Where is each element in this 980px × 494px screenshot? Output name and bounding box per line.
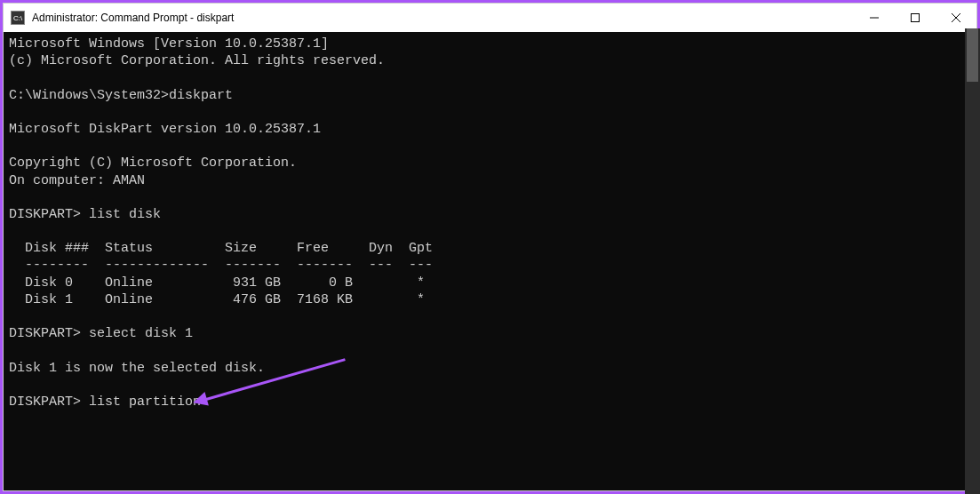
titlebar-controls (854, 4, 976, 32)
command-prompt-window: C:\ Administrator: Command Prompt - disk… (3, 3, 977, 491)
terminal-line: DISKPART> select disk 1 (9, 326, 193, 341)
window-title: Administrator: Command Prompt - diskpart (32, 12, 854, 24)
terminal-line: Microsoft Windows [Version 10.0.25387.1] (9, 36, 329, 52)
terminal-line: DISKPART> list disk (9, 207, 161, 222)
terminal-line: DISKPART> list partition (9, 394, 201, 410)
scrollbar-thumb[interactable] (967, 28, 978, 82)
maximize-button[interactable] (895, 4, 936, 32)
terminal-line: Disk 1 Online 476 GB 7168 KB * (9, 292, 425, 307)
terminal-line: (c) Microsoft Corporation. All rights re… (9, 53, 385, 68)
svg-rect-1 (912, 14, 920, 22)
terminal-line: On computer: AMAN (9, 173, 145, 188)
terminal-line: Microsoft DiskPart version 10.0.25387.1 (9, 122, 321, 137)
titlebar[interactable]: C:\ Administrator: Command Prompt - disk… (4, 4, 976, 32)
minimize-button[interactable] (854, 4, 895, 32)
app-icon-glyph: C:\ (13, 14, 22, 22)
vertical-scrollbar[interactable] (965, 28, 980, 494)
terminal-line: C:\Windows\System32>diskpart (9, 88, 233, 103)
terminal-line: Disk 0 Online 931 GB 0 B * (9, 275, 425, 291)
app-icon: C:\ (11, 11, 25, 25)
terminal-line: Copyright (C) Microsoft Corporation. (9, 155, 297, 171)
terminal-output[interactable]: Microsoft Windows [Version 10.0.25387.1]… (4, 32, 976, 490)
terminal-line: Disk ### Status Size Free Dyn Gpt (9, 241, 433, 256)
terminal-line: Disk 1 is now the selected disk. (9, 361, 265, 376)
terminal-line: -------- ------------- ------- ------- -… (9, 258, 433, 273)
